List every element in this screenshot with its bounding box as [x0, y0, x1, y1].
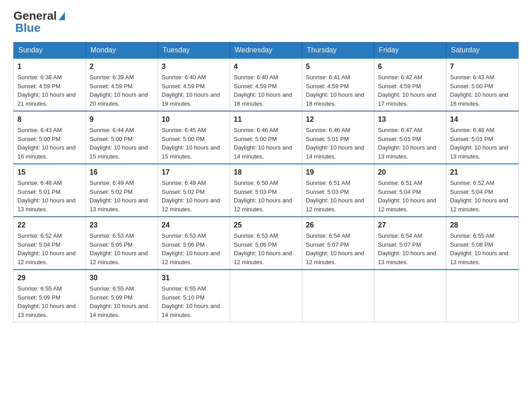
sunrise-text: Sunrise: 6:48 AM: [450, 127, 494, 133]
sunset-text: Sunset: 5:00 PM: [450, 83, 493, 90]
day-number: 31: [162, 273, 226, 283]
sunrise-text: Sunrise: 6:54 AM: [306, 232, 350, 239]
sunset-text: Sunset: 5:05 PM: [90, 241, 133, 248]
daylight-text: Daylight: 10 hours and 13 minutes.: [17, 197, 76, 213]
sunrise-text: Sunrise: 6:49 AM: [90, 180, 134, 186]
daylight-text: Daylight: 10 hours and 12 minutes.: [450, 197, 508, 213]
daylight-text: Daylight: 10 hours and 19 minutes.: [162, 91, 220, 107]
calendar-cell: 6 Sunrise: 6:42 AM Sunset: 4:59 PM Dayli…: [374, 58, 446, 111]
calendar-week-row: 29 Sunrise: 6:55 AM Sunset: 5:09 PM Dayl…: [14, 270, 519, 322]
sunset-text: Sunset: 5:08 PM: [450, 241, 493, 248]
sunset-text: Sunset: 5:00 PM: [90, 136, 133, 142]
sunrise-text: Sunrise: 6:55 AM: [450, 232, 494, 239]
day-number: 24: [162, 220, 226, 231]
calendar-cell: 12 Sunrise: 6:46 AM Sunset: 5:01 PM Dayl…: [302, 111, 374, 164]
day-number: 18: [234, 167, 298, 178]
daylight-text: Daylight: 10 hours and 14 minutes.: [306, 144, 364, 160]
sunset-text: Sunset: 5:04 PM: [450, 188, 493, 195]
calendar-body: 1 Sunrise: 6:38 AM Sunset: 4:59 PM Dayli…: [14, 58, 519, 322]
day-number: 5: [306, 61, 370, 72]
calendar-cell: 19 Sunrise: 6:51 AM Sunset: 5:03 PM Dayl…: [302, 164, 374, 217]
sunrise-text: Sunrise: 6:46 AM: [306, 127, 350, 133]
daylight-text: Daylight: 10 hours and 18 minutes.: [234, 91, 292, 107]
sunset-text: Sunset: 5:02 PM: [162, 188, 205, 195]
sunrise-text: Sunrise: 6:51 AM: [378, 180, 422, 186]
sunrise-text: Sunrise: 6:48 AM: [17, 180, 62, 186]
logo: General Blue: [13, 9, 66, 35]
col-friday: Friday: [374, 43, 446, 59]
day-number: 17: [162, 167, 226, 178]
sunrise-text: Sunrise: 6:40 AM: [234, 74, 278, 81]
day-number: 15: [17, 167, 82, 178]
day-number: 30: [90, 273, 154, 283]
day-number: 11: [234, 114, 298, 125]
sunset-text: Sunset: 4:59 PM: [90, 83, 133, 90]
daylight-text: Daylight: 10 hours and 12 minutes.: [378, 197, 436, 213]
daylight-text: Daylight: 10 hours and 12 minutes.: [17, 250, 76, 265]
day-number: 1: [17, 61, 82, 72]
sunset-text: Sunset: 5:01 PM: [378, 136, 421, 142]
calendar-table: Sunday Monday Tuesday Wednesday Thursday…: [13, 42, 519, 322]
day-number: 8: [17, 114, 82, 125]
calendar-week-row: 15 Sunrise: 6:48 AM Sunset: 5:01 PM Dayl…: [14, 164, 519, 217]
col-tuesday: Tuesday: [158, 43, 230, 59]
sunrise-text: Sunrise: 6:47 AM: [378, 127, 422, 133]
daylight-text: Daylight: 10 hours and 17 minutes.: [378, 91, 436, 107]
calendar-cell: 29 Sunrise: 6:55 AM Sunset: 5:09 PM Dayl…: [14, 270, 86, 322]
col-saturday: Saturday: [446, 43, 519, 59]
calendar-cell: 31 Sunrise: 6:55 AM Sunset: 5:10 PM Dayl…: [158, 270, 230, 322]
calendar-cell: 20 Sunrise: 6:51 AM Sunset: 5:04 PM Dayl…: [374, 164, 446, 217]
sunrise-text: Sunrise: 6:54 AM: [378, 232, 422, 239]
calendar-cell: 13 Sunrise: 6:47 AM Sunset: 5:01 PM Dayl…: [374, 111, 446, 164]
sunset-text: Sunset: 5:04 PM: [378, 188, 421, 195]
calendar-cell: 11 Sunrise: 6:46 AM Sunset: 5:00 PM Dayl…: [230, 111, 302, 164]
sunset-text: Sunset: 5:01 PM: [306, 136, 349, 142]
calendar-cell: 17 Sunrise: 6:49 AM Sunset: 5:02 PM Dayl…: [158, 164, 230, 217]
sunrise-text: Sunrise: 6:53 AM: [90, 232, 134, 239]
sunrise-text: Sunrise: 6:41 AM: [306, 74, 350, 81]
logo-triangle-icon: [59, 12, 65, 20]
sunrise-text: Sunrise: 6:46 AM: [234, 127, 278, 133]
sunrise-text: Sunrise: 6:43 AM: [17, 127, 62, 133]
daylight-text: Daylight: 10 hours and 12 minutes.: [162, 197, 220, 213]
daylight-text: Daylight: 10 hours and 12 minutes.: [90, 250, 148, 265]
sunset-text: Sunset: 4:59 PM: [378, 83, 421, 90]
calendar-cell: 4 Sunrise: 6:40 AM Sunset: 4:59 PM Dayli…: [230, 58, 302, 111]
calendar-cell: 26 Sunrise: 6:54 AM Sunset: 5:07 PM Dayl…: [302, 217, 374, 270]
sunrise-text: Sunrise: 6:52 AM: [17, 232, 62, 239]
sunset-text: Sunset: 4:59 PM: [17, 83, 60, 90]
calendar-cell: 5 Sunrise: 6:41 AM Sunset: 4:59 PM Dayli…: [302, 58, 374, 111]
calendar-cell: 10 Sunrise: 6:45 AM Sunset: 5:00 PM Dayl…: [158, 111, 230, 164]
sunset-text: Sunset: 5:10 PM: [162, 294, 205, 301]
sunrise-text: Sunrise: 6:49 AM: [162, 180, 206, 186]
calendar-cell: 23 Sunrise: 6:53 AM Sunset: 5:05 PM Dayl…: [86, 217, 158, 270]
day-number: 23: [90, 220, 154, 231]
daylight-text: Daylight: 10 hours and 14 minutes.: [90, 303, 148, 318]
calendar-cell: 16 Sunrise: 6:49 AM Sunset: 5:02 PM Dayl…: [86, 164, 158, 217]
day-number: 28: [450, 220, 515, 231]
sunset-text: Sunset: 5:01 PM: [17, 188, 60, 195]
sunrise-text: Sunrise: 6:38 AM: [17, 74, 62, 81]
sunset-text: Sunset: 4:59 PM: [306, 83, 349, 90]
calendar-cell: 2 Sunrise: 6:39 AM Sunset: 4:59 PM Dayli…: [86, 58, 158, 111]
calendar-cell: 15 Sunrise: 6:48 AM Sunset: 5:01 PM Dayl…: [14, 164, 86, 217]
sunrise-text: Sunrise: 6:55 AM: [17, 285, 62, 292]
daylight-text: Daylight: 10 hours and 13 minutes.: [90, 197, 148, 213]
day-number: 26: [306, 220, 370, 231]
day-number: 27: [378, 220, 442, 231]
sunset-text: Sunset: 5:06 PM: [162, 241, 205, 248]
calendar-cell: [374, 270, 446, 322]
daylight-text: Daylight: 10 hours and 14 minutes.: [234, 144, 292, 160]
calendar-cell: [302, 270, 374, 322]
sunset-text: Sunset: 5:06 PM: [234, 241, 277, 248]
daylight-text: Daylight: 10 hours and 20 minutes.: [90, 91, 148, 107]
daylight-text: Daylight: 10 hours and 15 minutes.: [90, 144, 148, 160]
calendar-cell: 3 Sunrise: 6:40 AM Sunset: 4:59 PM Dayli…: [158, 58, 230, 111]
day-number: 6: [378, 61, 442, 72]
sunrise-text: Sunrise: 6:55 AM: [90, 285, 134, 292]
daylight-text: Daylight: 10 hours and 16 minutes.: [450, 91, 508, 107]
logo-blue-text: Blue: [13, 21, 40, 35]
calendar-cell: 27 Sunrise: 6:54 AM Sunset: 5:07 PM Dayl…: [374, 217, 446, 270]
day-number: 10: [162, 114, 226, 125]
day-number: 22: [17, 220, 82, 231]
